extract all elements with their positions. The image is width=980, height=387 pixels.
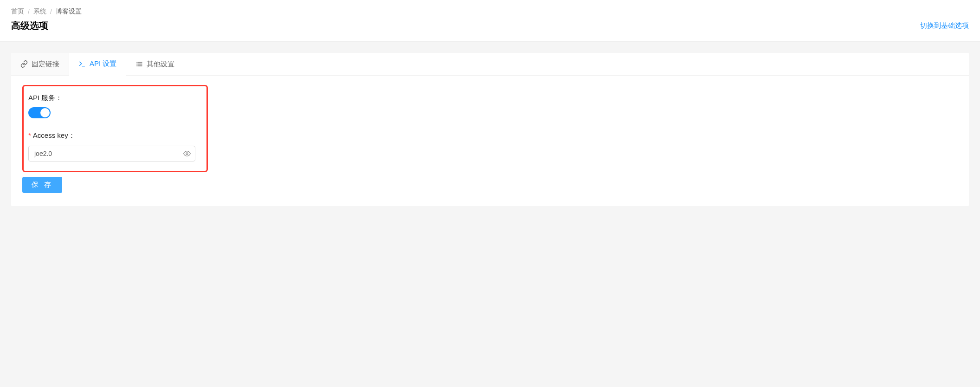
eye-icon[interactable] bbox=[183, 150, 191, 157]
tab-permalink[interactable]: 固定链接 bbox=[11, 53, 69, 75]
tabs: 固定链接 API 设置 其他设置 bbox=[11, 53, 969, 76]
api-icon bbox=[78, 60, 86, 68]
breadcrumb: 首页 / 系统 / 博客设置 bbox=[11, 7, 969, 16]
svg-point-6 bbox=[186, 153, 188, 155]
page-header: 首页 / 系统 / 博客设置 高级选项 切换到基础选项 bbox=[0, 0, 980, 42]
page-title: 高级选项 bbox=[11, 19, 48, 32]
settings-panel: 固定链接 API 设置 其他设置 API 服务： *Access ke bbox=[11, 53, 969, 206]
tab-label: 固定链接 bbox=[32, 60, 59, 69]
tab-api[interactable]: API 设置 bbox=[69, 53, 126, 76]
tab-label: 其他设置 bbox=[147, 60, 174, 69]
breadcrumb-current: 博客设置 bbox=[56, 7, 82, 16]
api-settings-highlight: API 服务： *Access key： bbox=[22, 85, 208, 172]
breadcrumb-home[interactable]: 首页 bbox=[11, 7, 24, 16]
required-mark: * bbox=[28, 131, 31, 139]
link-icon bbox=[20, 60, 28, 68]
switch-basic-link[interactable]: 切换到基础选项 bbox=[920, 21, 969, 30]
api-service-label: API 服务： bbox=[28, 94, 199, 103]
tab-label: API 设置 bbox=[90, 59, 116, 68]
access-key-label-text: Access key： bbox=[33, 131, 75, 139]
breadcrumb-sep: / bbox=[28, 8, 30, 15]
save-button[interactable]: 保 存 bbox=[22, 177, 62, 193]
list-icon bbox=[135, 60, 143, 68]
breadcrumb-sep: / bbox=[50, 8, 52, 15]
access-key-input[interactable] bbox=[28, 146, 195, 161]
api-service-toggle[interactable] bbox=[28, 107, 51, 118]
tab-other[interactable]: 其他设置 bbox=[126, 53, 184, 75]
breadcrumb-system[interactable]: 系统 bbox=[33, 7, 46, 16]
access-key-label: *Access key： bbox=[28, 131, 199, 140]
